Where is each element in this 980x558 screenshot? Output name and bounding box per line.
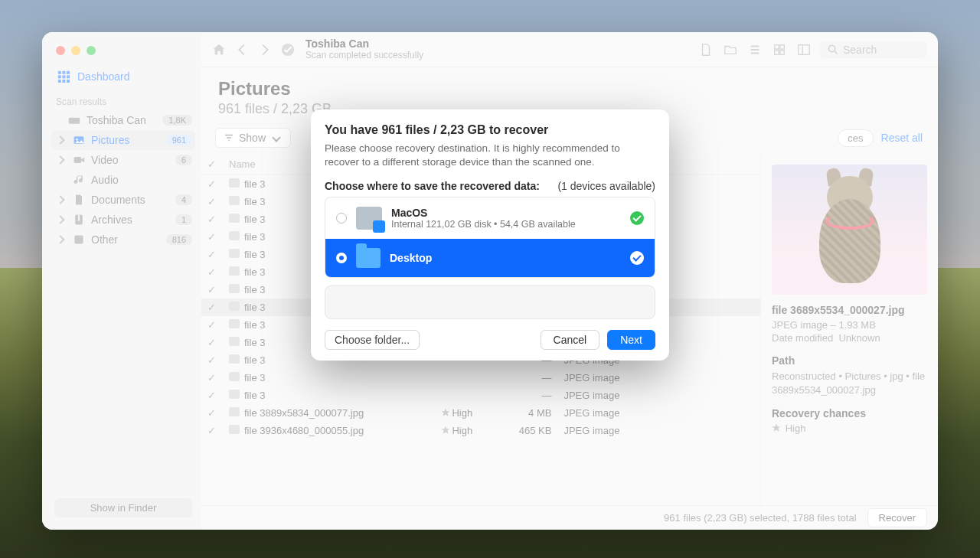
select-all-checkbox[interactable]: ✓ xyxy=(207,158,216,170)
table-row[interactable]: ✓ file 3936x4680_000055.jpg High 465 KB … xyxy=(201,422,760,439)
star-icon xyxy=(441,426,450,435)
table-row[interactable]: ✓ file 3 — JPEG image xyxy=(201,369,760,387)
svg-rect-20 xyxy=(780,50,784,54)
row-checkbox[interactable]: ✓ xyxy=(207,231,216,243)
list-view-icon[interactable] xyxy=(748,43,762,57)
row-checkbox[interactable]: ✓ xyxy=(207,266,216,278)
svg-rect-15 xyxy=(74,235,83,243)
choose-folder-button[interactable]: Choose folder... xyxy=(325,330,420,350)
destination-desktop-name: Desktop xyxy=(390,252,621,264)
file-thumb-icon xyxy=(229,407,240,416)
row-checkbox[interactable]: ✓ xyxy=(207,337,216,348)
home-icon[interactable] xyxy=(212,43,226,57)
preview-thumbnail xyxy=(772,165,927,295)
sidebar-item-archives[interactable]: Archives1 xyxy=(51,210,195,230)
radio-unselected[interactable] xyxy=(336,213,347,224)
archives-icon xyxy=(73,214,85,226)
sidebar-dashboard[interactable]: Dashboard xyxy=(51,66,195,87)
reset-all-link[interactable]: Reset all xyxy=(881,132,923,144)
sidebar-item-video[interactable]: Video6 xyxy=(51,150,195,170)
filter-icon xyxy=(224,132,234,143)
row-checkbox[interactable]: ✓ xyxy=(207,372,216,383)
destination-path-bar[interactable] xyxy=(325,286,655,319)
recover-button[interactable]: Recover xyxy=(867,508,927,527)
column-view-icon[interactable] xyxy=(797,43,811,57)
sidebar-item-label: Documents xyxy=(91,194,169,206)
back-icon[interactable] xyxy=(235,43,249,57)
sidebar: Dashboard Scan results Toshiba Can 1,8K … xyxy=(42,32,201,530)
svg-rect-5 xyxy=(67,75,70,78)
svg-rect-2 xyxy=(67,71,70,74)
row-size: 465 KB xyxy=(504,422,557,439)
row-checkbox[interactable]: ✓ xyxy=(207,302,216,313)
choose-label: Choose where to save the recovered data: xyxy=(325,180,540,192)
table-row[interactable]: ✓ file 3 — JPEG image xyxy=(201,387,760,404)
svg-rect-6 xyxy=(58,80,61,83)
details-path-label: Path xyxy=(772,354,927,367)
row-checkbox[interactable]: ✓ xyxy=(207,196,216,207)
row-checkbox[interactable]: ✓ xyxy=(207,407,216,419)
row-name: file 3 xyxy=(244,214,265,225)
details-filename: file 3689x5534_000027.jpg xyxy=(772,304,927,316)
row-name: file 3 xyxy=(244,284,265,295)
sidebar-item-audio[interactable]: Audio xyxy=(51,170,195,190)
sidebar-drive[interactable]: Toshiba Can 1,8K xyxy=(51,110,195,130)
grid-icon xyxy=(57,70,70,83)
row-name: file 3889x5834_000077.jpg xyxy=(244,407,364,419)
minimize-dot[interactable] xyxy=(71,46,80,55)
sidebar-item-badge: 961 xyxy=(166,135,192,145)
svg-rect-21 xyxy=(799,44,809,54)
row-checkbox[interactable]: ✓ xyxy=(207,249,216,260)
row-checkbox[interactable]: ✓ xyxy=(207,178,216,190)
row-checkbox[interactable]: ✓ xyxy=(207,425,216,436)
details-meta1: JPEG image – 1.93 MB xyxy=(772,319,927,331)
row-checkbox[interactable]: ✓ xyxy=(207,284,216,295)
show-in-finder-button[interactable]: Show in Finder xyxy=(54,498,192,517)
row-checkbox[interactable]: ✓ xyxy=(207,354,216,366)
row-checkbox[interactable]: ✓ xyxy=(207,319,216,331)
destination-desktop[interactable]: Desktop xyxy=(325,239,655,277)
row-checkbox[interactable]: ✓ xyxy=(207,214,216,225)
show-dropdown[interactable]: Show xyxy=(215,128,291,148)
sidebar-item-documents[interactable]: Documents4 xyxy=(51,190,195,210)
search-field[interactable]: Search xyxy=(820,41,927,58)
svg-rect-8 xyxy=(67,80,70,83)
star-icon xyxy=(441,408,450,417)
file-icon[interactable] xyxy=(699,43,713,57)
details-path: Reconstructed • Pictures • jpg • file 36… xyxy=(772,370,927,396)
grid-view-icon[interactable] xyxy=(773,43,786,57)
sidebar-item-label: Pictures xyxy=(91,134,160,146)
sidebar-drive-badge: 1,8K xyxy=(162,115,192,126)
file-thumb-icon xyxy=(229,178,240,188)
details-meta2: Date modified Unknown xyxy=(772,332,927,344)
radio-selected[interactable] xyxy=(336,253,347,263)
video-icon xyxy=(73,154,85,166)
sidebar-item-pictures[interactable]: Pictures961 xyxy=(51,130,195,150)
disk-icon xyxy=(356,207,382,230)
forward-icon[interactable] xyxy=(258,43,272,57)
row-kind: JPEG image xyxy=(557,422,760,439)
svg-rect-7 xyxy=(62,80,65,83)
svg-rect-3 xyxy=(58,75,61,78)
next-button[interactable]: Next xyxy=(607,330,655,350)
table-row[interactable]: ✓ file 3889x5834_000077.jpg High 4 MB JP… xyxy=(201,404,760,422)
close-dot[interactable] xyxy=(56,46,65,55)
folder-icon[interactable] xyxy=(724,43,737,57)
sidebar-item-label: Video xyxy=(91,154,169,166)
sidebar-item-other[interactable]: Other816 xyxy=(51,230,195,250)
row-kind: JPEG image xyxy=(557,369,760,387)
filter-chip[interactable]: ces xyxy=(838,129,873,147)
svg-point-11 xyxy=(76,139,77,140)
devices-count: (1 devices available) xyxy=(557,180,655,192)
zoom-dot[interactable] xyxy=(87,46,96,55)
details-chances: High xyxy=(772,423,927,434)
documents-icon xyxy=(73,194,85,206)
row-size: 4 MB xyxy=(504,404,557,422)
row-name: file 3 xyxy=(244,178,265,190)
cancel-button[interactable]: Cancel xyxy=(541,330,600,350)
destination-macos[interactable]: MacOS Internal 121,02 GB disk • 54,4 GB … xyxy=(325,197,655,239)
audio-icon xyxy=(73,174,85,186)
row-chance: High xyxy=(435,404,504,422)
modal-instruction: Please choose recovery destination. It i… xyxy=(325,142,655,169)
row-checkbox[interactable]: ✓ xyxy=(207,390,216,401)
